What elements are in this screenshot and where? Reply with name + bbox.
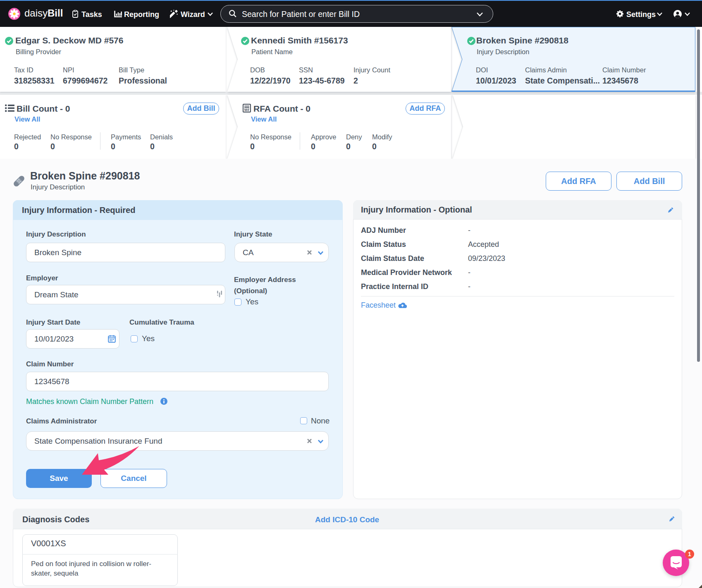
- svg-text:RFA: RFA: [245, 109, 249, 112]
